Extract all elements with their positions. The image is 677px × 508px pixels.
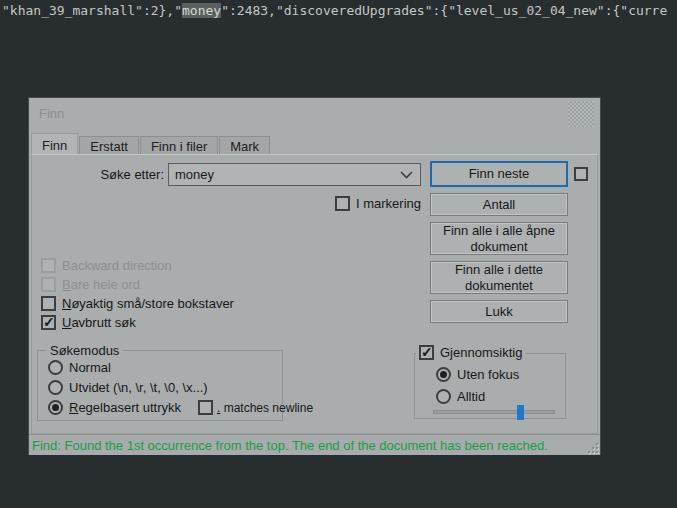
editor-text-post: ":2483,"discoveredUpgrades":{"level_us_0… (221, 3, 667, 18)
checkbox-i-markering[interactable] (335, 196, 350, 211)
find-all-current-doc-button[interactable]: Finn alle i dette dokumentet (430, 261, 568, 294)
transparency-row: Gjennomsiktig (416, 345, 525, 360)
dialog-title: Finn (39, 106, 64, 121)
search-mode-group: Søkemodus Normal Utvidet (\n, \r, \t, \0… (37, 350, 283, 421)
find-all-open-docs-button[interactable]: Finn alle i alle åpne dokument (430, 222, 568, 255)
close-dialog-button[interactable]: Lukk (430, 300, 568, 323)
radio-uten-fokus[interactable] (436, 367, 451, 382)
tab-finn[interactable]: Finn (31, 133, 78, 154)
search-mode-group-title: Søkemodus (46, 343, 123, 358)
extended-mode-row: Utvidet (\n, \r, \t, \0, \x...) (48, 380, 208, 395)
slider-thumb[interactable] (517, 405, 524, 420)
editor-match-highlight: money (182, 3, 221, 18)
matches-newline-label: . matches newline (217, 401, 313, 415)
match-case-row: Nøyaktig små/store bokstaver (41, 296, 234, 311)
alltid-label: Alltid (457, 389, 485, 404)
radio-normal[interactable] (48, 360, 63, 375)
i-markering-label: I markering (356, 196, 421, 211)
normal-label: Normal (69, 360, 111, 375)
normal-mode-row: Normal (48, 360, 111, 375)
search-input-value[interactable]: money (169, 167, 400, 182)
resize-grip[interactable] (588, 443, 598, 453)
matches-newline-row: . matches newline (198, 400, 313, 415)
utvidet-label: Utvidet (\n, \r, \t, \0, \x...) (69, 380, 208, 395)
tab-mark[interactable]: Mark (219, 136, 270, 154)
find-next-button[interactable]: Finn neste (430, 161, 568, 187)
radio-alltid[interactable] (436, 389, 451, 404)
wrap-around-row: Uavbrutt søk (41, 315, 136, 330)
close-button[interactable] (568, 101, 594, 127)
checkbox-gjennomsiktig[interactable] (419, 345, 434, 360)
checkbox-bare-hele-ord[interactable] (41, 277, 56, 292)
bare-hele-ord-label: Bare hele ord (62, 277, 140, 292)
status-message: Find: Found the 1st occurrence from the … (29, 438, 548, 453)
tab-strip: Finn Erstatt Finn i filer Mark (31, 133, 271, 154)
tab-erstatt[interactable]: Erstatt (79, 136, 139, 154)
search-combobox[interactable]: money (168, 163, 421, 186)
search-label: Søke etter: (69, 167, 164, 182)
in-selection-row: I markering (335, 196, 421, 211)
checkbox-matches-newline[interactable] (198, 400, 213, 415)
regelbasert-label: Regelbasert uttrykk (69, 400, 181, 415)
regex-mode-row: Regelbasert uttrykk (48, 400, 181, 415)
backward-direction-row: Backward direction (41, 258, 172, 273)
count-button[interactable]: Antall (430, 193, 568, 216)
checkbox-backward-direction[interactable] (41, 258, 56, 273)
noyaktig-label: Nøyaktig små/store bokstaver (62, 296, 234, 311)
uavbrutt-label: Uavbrutt søk (62, 315, 136, 330)
lone-checkbox[interactable] (574, 167, 588, 181)
find-dialog: Finn Finn Erstatt Finn i filer Mark Søke… (28, 97, 601, 455)
editor-text-pre: "khan_39_marshall":2}," (2, 3, 182, 18)
chevron-down-icon[interactable] (400, 171, 413, 179)
editor-text-line: "khan_39_marshall":2},"money":2483,"disc… (2, 3, 667, 18)
on-losing-focus-row: Uten fokus (436, 367, 519, 382)
radio-utvidet[interactable] (48, 380, 63, 395)
checkbox-uavbrutt-sok[interactable] (41, 315, 56, 330)
whole-word-row: Bare hele ord (41, 277, 140, 292)
transparency-slider[interactable] (433, 410, 555, 414)
checkbox-noyaktig-bokstaver[interactable] (41, 296, 56, 311)
status-bar: Find: Found the 1st occurrence from the … (29, 434, 600, 455)
backward-direction-label: Backward direction (62, 258, 172, 273)
radio-regelbasert[interactable] (48, 400, 63, 415)
gjennomsiktig-label: Gjennomsiktig (440, 345, 522, 360)
always-row: Alltid (436, 389, 485, 404)
tab-finn-i-filer[interactable]: Finn i filer (140, 136, 218, 154)
uten-fokus-label: Uten fokus (457, 367, 519, 382)
